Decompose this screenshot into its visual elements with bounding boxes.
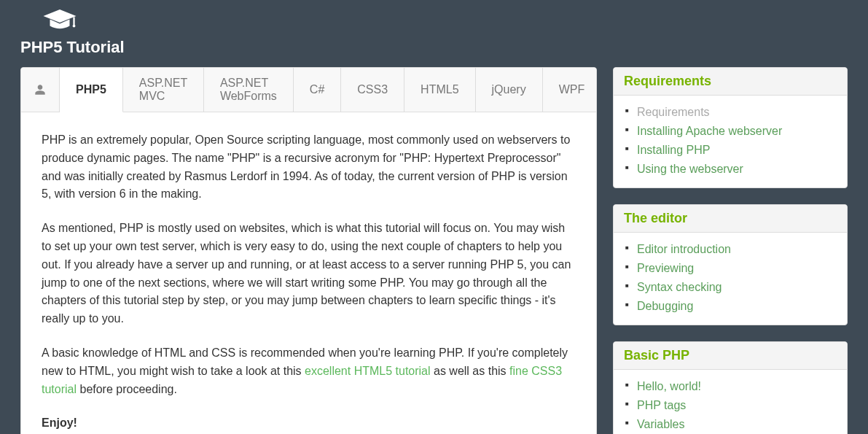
- nav-label: WPF: [559, 83, 585, 96]
- sidebar-link[interactable]: Installing Apache webserver: [637, 125, 782, 137]
- panel-requirements: Requirements Requirements Installing Apa…: [613, 67, 848, 188]
- nav-label: ASP.NET MVC: [139, 77, 187, 103]
- nav-tab-csharp[interactable]: C#: [294, 68, 341, 112]
- nav-tab-aspnet-mvc[interactable]: ASP.NET MVC: [123, 68, 204, 112]
- sidebar: Requirements Requirements Installing Apa…: [613, 67, 848, 434]
- panel-heading: Requirements: [614, 68, 847, 96]
- sidebar-link[interactable]: Requirements: [637, 106, 710, 118]
- nav-tab-html5[interactable]: HTML5: [404, 68, 475, 112]
- list-item: Editor introduction: [637, 240, 837, 259]
- list-item: Debugging: [637, 297, 837, 316]
- sidebar-link[interactable]: Syntax checking: [637, 281, 722, 293]
- nav-label: HTML5: [421, 83, 458, 96]
- graduation-cap-icon: [42, 6, 77, 35]
- site-header: PHP5 Tutorial: [0, 0, 868, 67]
- nav-label: ASP.NET WebForms: [220, 77, 277, 103]
- panel-basic-php: Basic PHP Hello, world! PHP tags Variabl…: [613, 341, 848, 434]
- list-item: Hello, world!: [637, 377, 837, 396]
- nav-tab-php5[interactable]: PHP5: [60, 68, 123, 112]
- nav-label: jQuery: [492, 83, 526, 96]
- paragraph: A basic knowledge of HTML and CSS is rec…: [42, 344, 576, 398]
- nav-tab-css3[interactable]: CSS3: [341, 68, 404, 112]
- list-item: Previewing: [637, 259, 837, 278]
- sidebar-link[interactable]: PHP tags: [637, 399, 686, 411]
- list-item: PHP tags: [637, 396, 837, 415]
- article-body: PHP is an extremely popular, Open Source…: [21, 112, 596, 434]
- nav-tab-jquery[interactable]: jQuery: [476, 68, 543, 112]
- panel-heading: The editor: [614, 205, 847, 233]
- nav-label: CSS3: [357, 83, 388, 96]
- top-nav: PHP5 ASP.NET MVC ASP.NET WebForms C# CSS…: [21, 68, 596, 112]
- nav-tab-aspnet-webforms[interactable]: ASP.NET WebForms: [204, 68, 294, 112]
- main-column: PHP5 ASP.NET MVC ASP.NET WebForms C# CSS…: [20, 67, 597, 434]
- nav-label: PHP5: [76, 83, 106, 96]
- site-title: PHP5 Tutorial: [20, 38, 125, 57]
- list-item: Requirements: [637, 103, 837, 122]
- nav-label: C#: [310, 83, 324, 96]
- sidebar-link[interactable]: Previewing: [637, 262, 694, 274]
- nav-tab-wpf[interactable]: WPF: [543, 68, 597, 112]
- list-item: Syntax checking: [637, 278, 837, 297]
- svg-point-0: [73, 25, 76, 28]
- sidebar-link[interactable]: Using the webserver: [637, 163, 743, 175]
- panel-editor: The editor Editor introduction Previewin…: [613, 204, 848, 325]
- enjoy-text: Enjoy!: [42, 414, 576, 433]
- sidebar-link[interactable]: Variables: [637, 418, 685, 430]
- list-item: Using the webserver: [637, 160, 837, 179]
- sidebar-link[interactable]: Editor introduction: [637, 243, 731, 255]
- user-icon: [34, 84, 46, 96]
- paragraph: As mentioned, PHP is mostly used on webs…: [42, 220, 576, 328]
- sidebar-link[interactable]: Hello, world!: [637, 380, 701, 392]
- paragraph: PHP is an extremely popular, Open Source…: [42, 131, 576, 204]
- sidebar-link[interactable]: Debugging: [637, 300, 693, 312]
- panel-heading: Basic PHP: [614, 342, 847, 370]
- user-menu[interactable]: [21, 68, 60, 112]
- list-item: Variables: [637, 415, 837, 434]
- html5-tutorial-link[interactable]: excellent HTML5 tutorial: [305, 365, 431, 377]
- list-item: Installing PHP: [637, 141, 837, 160]
- list-item: Installing Apache webserver: [637, 122, 837, 141]
- sidebar-link[interactable]: Installing PHP: [637, 144, 711, 156]
